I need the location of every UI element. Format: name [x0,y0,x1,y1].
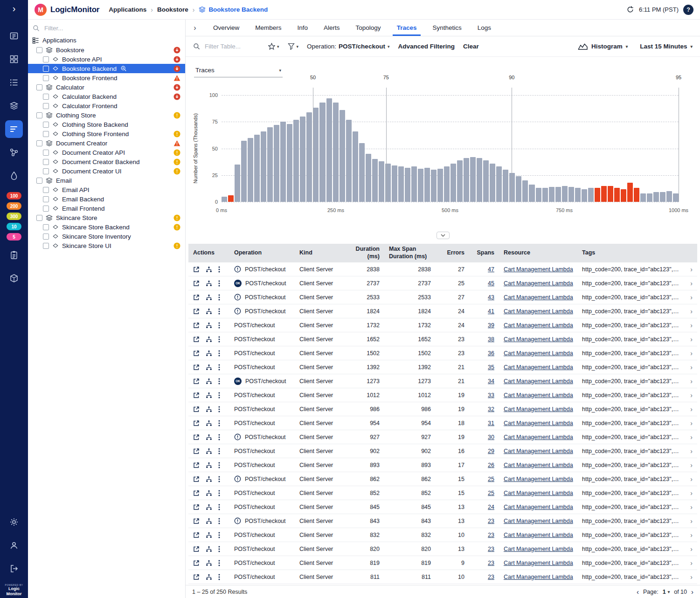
spans-link[interactable]: 41 [488,308,494,315]
trace-map-icon[interactable] [206,322,212,329]
table-row[interactable]: POST/checkout Client Server 1012 1012 19… [188,388,697,402]
histogram-bar[interactable] [418,169,423,202]
histogram-bar[interactable] [653,192,659,202]
open-trace-icon[interactable] [193,420,200,426]
row-menu-kebab-icon[interactable] [218,518,220,524]
tree-item-checkbox[interactable] [43,234,49,240]
spans-link[interactable]: 47 [488,266,494,273]
tree-item-checkbox[interactable] [36,178,42,184]
histogram-bar[interactable] [267,127,273,202]
row-expand-icon[interactable]: › [684,461,697,469]
row-expand-icon[interactable]: › [684,419,697,427]
spans-link[interactable]: 35 [488,364,494,371]
histogram-bar[interactable] [444,166,450,202]
open-trace-icon[interactable] [193,448,200,454]
open-trace-icon[interactable] [193,378,200,385]
panel-collapse-icon[interactable]: › [189,24,201,32]
row-menu-kebab-icon[interactable] [218,476,220,482]
rail-expand-icon[interactable]: › [5,2,23,15]
row-expand-icon[interactable]: › [684,503,697,511]
histogram-bar[interactable] [483,160,489,202]
spans-link[interactable]: 45 [488,280,494,287]
trace-map-icon[interactable] [206,350,212,357]
row-menu-kebab-icon[interactable] [218,560,220,566]
histogram-bar[interactable] [588,188,594,202]
brand[interactable]: M LogicMonitor [35,4,99,16]
spans-link[interactable]: 33 [488,392,494,399]
tab-traces[interactable]: Traces [389,20,425,36]
histogram-bar[interactable] [340,110,345,202]
tree-item-checkbox[interactable] [43,224,49,230]
saved-filters-button[interactable]: ▾ [268,43,279,50]
open-trace-icon[interactable] [193,392,200,399]
histogram-bar[interactable] [392,165,397,202]
histogram-bar[interactable] [660,192,665,202]
tree-item[interactable]: Skincare Store Backend [28,222,185,232]
resource-link[interactable]: Cart Management Lambda [504,308,573,315]
histogram-bar[interactable] [575,188,581,202]
histogram-bar-error[interactable] [601,186,607,202]
row-menu-kebab-icon[interactable] [218,350,220,357]
tree-item[interactable]: Bookstore Backend [28,64,185,73]
histogram-bar[interactable] [411,166,417,202]
spans-link[interactable]: 24 [488,504,494,510]
row-menu-kebab-icon[interactable] [218,434,220,440]
tree-item-checkbox[interactable] [43,168,49,174]
row-expand-icon[interactable]: › [684,294,697,301]
next-page-icon[interactable]: › [691,588,693,596]
advanced-filtering-button[interactable]: Advanced Filtering [398,43,455,50]
histogram-bar[interactable] [366,154,371,202]
tree-item-checkbox[interactable] [43,150,49,156]
histogram-bar[interactable] [509,173,515,202]
histogram-bar[interactable] [379,161,384,202]
tree-item-checkbox[interactable] [43,187,49,193]
histogram-bar[interactable] [248,138,253,202]
settings-gear-icon[interactable] [5,513,23,531]
spans-link[interactable]: 32 [488,406,494,412]
traces-icon[interactable] [5,120,23,138]
tree-item[interactable]: Document Creator [28,138,185,148]
dashboards-icon[interactable] [5,97,23,115]
row-menu-kebab-icon[interactable] [218,308,220,315]
tab-alerts[interactable]: Alerts [316,20,348,36]
tree-item-checkbox[interactable] [43,66,49,72]
trace-map-icon[interactable] [206,336,212,343]
table-row[interactable]: OK POST/checkout Client Server 2737 2737… [188,276,697,290]
row-expand-icon[interactable]: › [684,280,697,287]
histogram-bar-error[interactable] [595,188,600,202]
row-menu-kebab-icon[interactable] [218,462,220,468]
view-type-select[interactable]: Traces ▾ [194,64,283,77]
tree-item-checkbox[interactable] [43,103,49,109]
topology-map-icon[interactable] [5,144,23,161]
resource-link[interactable]: Cart Management Lambda [504,574,573,580]
tree-filter-input[interactable] [43,24,160,32]
row-menu-kebab-icon[interactable] [218,420,220,426]
alert-count-badge[interactable]: 5 [7,233,21,241]
resource-link[interactable]: Cart Management Lambda [504,322,573,329]
tree-item-checkbox[interactable] [36,47,42,53]
modules-icon[interactable] [5,50,23,68]
row-expand-icon[interactable]: › [684,545,697,553]
spans-link[interactable]: 31 [488,420,494,426]
row-expand-icon[interactable]: › [684,406,697,413]
row-expand-icon[interactable]: › [684,531,697,539]
tree-item-checkbox[interactable] [43,196,49,202]
row-menu-kebab-icon[interactable] [218,574,220,580]
histogram-bar[interactable] [235,165,240,202]
tab-members[interactable]: Members [247,20,289,36]
table-row[interactable]: POST/checkout Client Server 811 811 10 2… [188,570,697,584]
histogram-bar[interactable] [673,193,679,202]
row-expand-icon[interactable]: › [684,559,697,567]
histogram-bar[interactable] [542,188,548,202]
open-trace-icon[interactable] [193,574,200,580]
trace-map-icon[interactable] [206,518,212,524]
spans-link[interactable]: 23 [488,546,494,552]
resource-link[interactable]: Cart Management Lambda [504,378,573,385]
tree-item[interactable]: Calculator Backend [28,92,185,101]
histogram-bar[interactable] [241,141,247,202]
tab-synthetics[interactable]: Synthetics [424,20,469,36]
row-menu-kebab-icon[interactable] [218,294,220,301]
histogram-bar-error[interactable] [621,189,626,202]
trace-map-icon[interactable] [206,462,212,468]
operation-filter-chip[interactable]: Operation: POST/checkout ▾ [307,43,389,50]
